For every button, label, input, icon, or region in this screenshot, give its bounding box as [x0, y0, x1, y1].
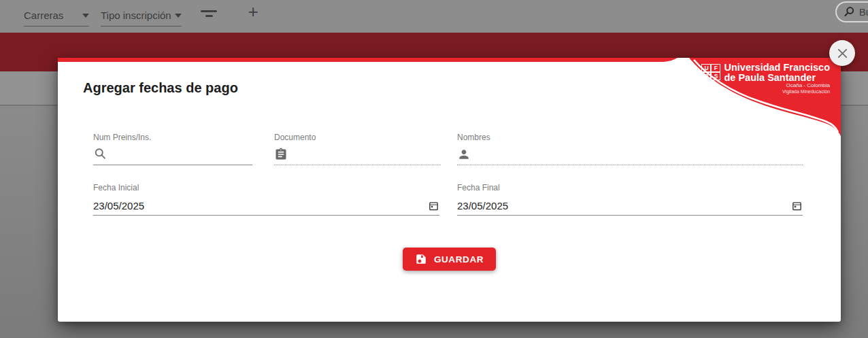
close-icon	[837, 48, 848, 59]
documento-field: Documento	[274, 133, 441, 165]
tipo-inscripcion-select[interactable]: Tipo inscripción	[101, 5, 182, 27]
save-icon	[415, 253, 427, 265]
toolbar: Carreras Tipo inscripción + Bus	[0, 0, 868, 33]
person-icon	[457, 148, 471, 161]
num-preins-label: Num Preins/Ins.	[93, 133, 252, 142]
brand-name-line1: Universidad Francisco	[724, 63, 830, 73]
fecha-inicial-field[interactable]: Fecha Inicial 23/05/2025	[93, 183, 439, 216]
calendar-icon[interactable]	[428, 200, 439, 212]
fecha-inicial-label: Fecha Inicial	[93, 183, 439, 192]
agregar-fechas-dialog: U F P S Universidad Francisco de Paula S…	[58, 58, 841, 322]
fecha-final-value: 23/05/2025	[457, 200, 508, 212]
chevron-down-icon	[175, 14, 182, 18]
brand-name-line2: de Paula Santander	[724, 73, 830, 83]
fecha-inicial-value: 23/05/2025	[93, 200, 144, 212]
ufps-logo: U F P S	[701, 64, 720, 80]
nombres-field: Nombres	[457, 133, 803, 165]
filter-button[interactable]	[199, 5, 218, 22]
filter-icon	[201, 10, 217, 12]
search-icon	[93, 147, 107, 161]
brand-ribbon: U F P S Universidad Francisco de Paula S…	[650, 58, 841, 143]
brand-tagline: Vigilada Mineducación	[724, 89, 830, 95]
documento-label: Documento	[274, 133, 441, 142]
clipboard-icon	[274, 148, 288, 161]
carreras-select[interactable]: Carreras	[24, 5, 89, 27]
nombres-label: Nombres	[457, 133, 803, 142]
chevron-down-icon	[82, 14, 89, 18]
save-button[interactable]: GUARDAR	[403, 248, 496, 271]
carreras-select-label: Carreras	[24, 10, 63, 21]
num-preins-field[interactable]: Num Preins/Ins.	[93, 133, 252, 165]
calendar-icon[interactable]	[791, 200, 803, 212]
search-input[interactable]: Bus	[835, 1, 868, 22]
add-button[interactable]: +	[244, 2, 263, 21]
close-button[interactable]	[829, 40, 855, 66]
fecha-final-label: Fecha Final	[457, 183, 803, 192]
dialog-title: Agregar fechas de pago	[83, 80, 238, 96]
fecha-final-field[interactable]: Fecha Final 23/05/2025	[457, 183, 803, 216]
search-input-text: Bus	[859, 7, 868, 18]
search-icon	[843, 5, 856, 18]
tipo-inscripcion-select-label: Tipo inscripción	[101, 10, 171, 21]
modal-top-accent	[58, 58, 650, 62]
brand-location: Ocaña - Colombia	[724, 83, 830, 89]
save-button-label: GUARDAR	[434, 254, 484, 265]
university-brand: U F P S Universidad Francisco de Paula S…	[701, 63, 830, 95]
